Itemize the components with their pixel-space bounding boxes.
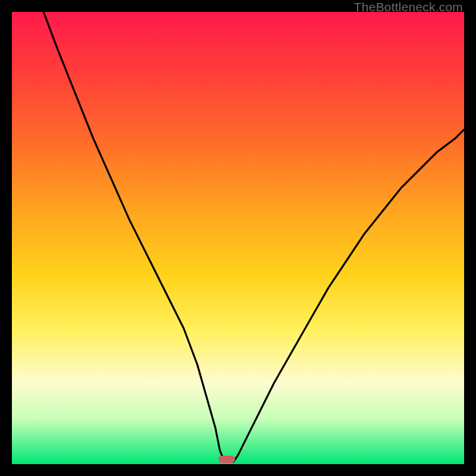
chart-frame: TheBottleneck.com — [0, 0, 476, 476]
plot-area — [12, 12, 464, 464]
optimal-point-marker — [218, 456, 235, 463]
watermark-text: TheBottleneck.com — [354, 0, 463, 14]
bottleneck-curve — [12, 12, 464, 464]
